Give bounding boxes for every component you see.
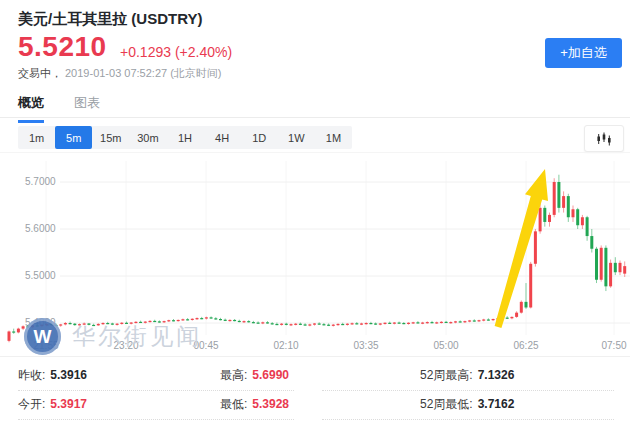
candle-body bbox=[567, 196, 570, 217]
candle-body bbox=[285, 324, 288, 325]
candle-body bbox=[487, 319, 490, 320]
tab-chart[interactable]: 图表 bbox=[74, 94, 100, 123]
interval-1h[interactable]: 1H bbox=[166, 126, 203, 149]
candle-body bbox=[252, 322, 255, 323]
candle-body bbox=[266, 322, 269, 323]
candle-body bbox=[604, 248, 607, 287]
y-axis-label: 5.4000 bbox=[25, 317, 56, 328]
candle-body bbox=[83, 323, 86, 324]
interval-30m[interactable]: 30m bbox=[129, 126, 166, 149]
stats-row: 52周最高:7.1326 bbox=[322, 362, 614, 391]
candle-body bbox=[111, 323, 114, 324]
candlestick-chart[interactable]: 5.70005.60005.50005.400021:5523:2000:450… bbox=[0, 152, 630, 357]
market-status: 交易中，2019-01-03 07:52:27 (北京时间) bbox=[18, 66, 222, 81]
candle-body bbox=[116, 324, 119, 325]
candle-body bbox=[167, 320, 170, 321]
candle-body bbox=[304, 324, 307, 325]
candle-body bbox=[600, 248, 603, 280]
stat-52w-low: 52周最低:3.7162 bbox=[420, 397, 514, 411]
stat-prev-close: 昨收:5.3916 bbox=[18, 368, 87, 382]
candle-body bbox=[271, 323, 274, 324]
candle-body bbox=[313, 323, 316, 324]
candle-body bbox=[322, 324, 325, 325]
candle-body bbox=[609, 263, 612, 287]
candle-body bbox=[384, 323, 387, 324]
candle-body bbox=[92, 325, 95, 326]
candle-body bbox=[623, 266, 626, 274]
trading-status-label: 交易中， bbox=[18, 67, 62, 79]
candle-body bbox=[529, 264, 532, 308]
candle-body bbox=[280, 324, 283, 325]
candle-body bbox=[482, 319, 485, 320]
candle-body bbox=[506, 318, 509, 319]
interval-toolbar: 1m 5m 15m 30m 1H 4H 1D 1W 1M bbox=[18, 126, 352, 149]
candle-body bbox=[449, 322, 452, 323]
candle-body bbox=[163, 321, 166, 322]
candle-body bbox=[402, 323, 405, 324]
candle-body bbox=[360, 323, 363, 324]
candle-body bbox=[12, 331, 15, 332]
stats-right-column: 52周最高:7.1326 52周最低:3.7162 bbox=[322, 362, 614, 420]
interval-1w[interactable]: 1W bbox=[278, 126, 315, 149]
candle-body bbox=[318, 323, 321, 324]
candle-body bbox=[374, 323, 377, 324]
candle-body bbox=[346, 324, 349, 325]
y-axis-label: 5.7000 bbox=[25, 176, 56, 187]
candle-body bbox=[595, 249, 598, 280]
candle-body bbox=[440, 322, 443, 323]
candle-body bbox=[308, 324, 311, 325]
interval-5m[interactable]: 5m bbox=[55, 126, 92, 149]
interval-15m[interactable]: 15m bbox=[92, 126, 129, 149]
stats-row: 52周最低:3.7162 bbox=[322, 391, 614, 420]
add-watchlist-button[interactable]: +加自选 bbox=[545, 38, 622, 68]
x-axis-label: 03:35 bbox=[353, 340, 378, 351]
candle-body bbox=[50, 324, 53, 325]
candle-body bbox=[431, 322, 434, 323]
candle-body bbox=[139, 322, 142, 323]
candle-body bbox=[553, 182, 556, 215]
candle-body bbox=[102, 323, 105, 324]
stat-low: 最低:5.3928 bbox=[220, 391, 289, 418]
candle-body bbox=[228, 320, 231, 321]
candle-body bbox=[210, 317, 213, 318]
candle-body bbox=[290, 324, 293, 325]
interval-1m[interactable]: 1m bbox=[18, 126, 55, 149]
candle-body bbox=[22, 326, 25, 328]
candle-body bbox=[586, 217, 589, 236]
candle-body bbox=[233, 320, 236, 321]
candle-body bbox=[379, 323, 382, 324]
y-axis-label: 5.6000 bbox=[25, 223, 56, 234]
interval-4h[interactable]: 4H bbox=[204, 126, 241, 149]
candle-body bbox=[407, 323, 410, 324]
tab-overview[interactable]: 概览 bbox=[18, 94, 44, 123]
stats-row: 昨收:5.3916 最高:5.6990 bbox=[18, 362, 294, 391]
stats-left-column: 昨收:5.3916 最高:5.6990 今开:5.3917 最低:5.3928 bbox=[18, 362, 294, 420]
candle-body bbox=[55, 325, 58, 326]
candle-body bbox=[369, 323, 372, 324]
stat-52w-high: 52周最高:7.1326 bbox=[420, 368, 514, 382]
candle-body bbox=[426, 322, 429, 323]
candle-body bbox=[351, 323, 354, 324]
candle-body bbox=[332, 325, 335, 326]
interval-1m-month[interactable]: 1M bbox=[315, 126, 352, 149]
interval-1d[interactable]: 1D bbox=[241, 126, 278, 149]
x-axis-label: 02:10 bbox=[273, 340, 298, 351]
candle-body bbox=[59, 324, 62, 325]
candle-body bbox=[341, 324, 344, 325]
candle-body bbox=[219, 319, 222, 320]
candle-body bbox=[177, 320, 180, 321]
candlestick-svg: 5.70005.60005.50005.400021:5523:2000:450… bbox=[0, 153, 630, 356]
candle-body bbox=[97, 324, 100, 325]
candle-body bbox=[468, 320, 471, 321]
candle-body bbox=[196, 318, 199, 319]
candle-body bbox=[130, 323, 133, 324]
x-axis-label: 21:55 bbox=[33, 340, 58, 351]
candle-body bbox=[581, 217, 584, 225]
candle-body bbox=[421, 323, 424, 324]
chart-type-button[interactable] bbox=[584, 125, 624, 152]
candle-body bbox=[576, 209, 579, 225]
x-axis-label: 07:50 bbox=[601, 340, 626, 351]
candle-body bbox=[125, 323, 128, 324]
current-price: 5.5210 bbox=[18, 31, 107, 63]
candle-body bbox=[224, 320, 227, 321]
